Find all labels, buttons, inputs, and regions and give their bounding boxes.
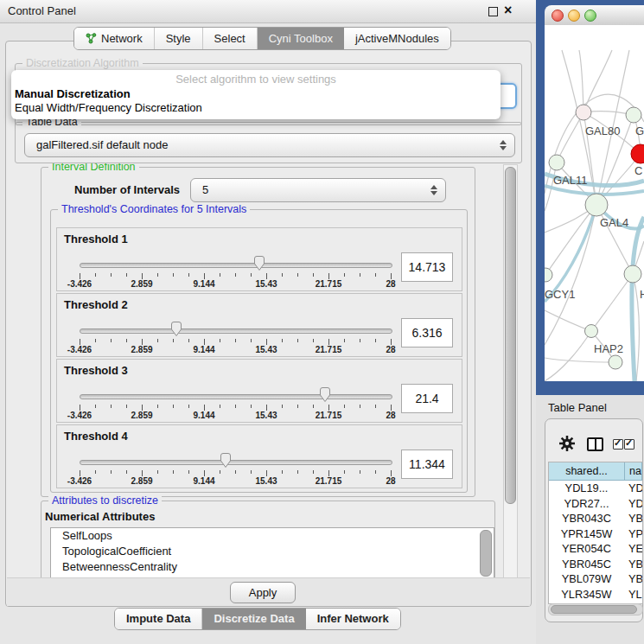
node-table[interactable]: shared... na YDL19...YDL1YDR27...YDR2YBR… — [548, 462, 643, 604]
network-node-gal11[interactable] — [549, 155, 564, 170]
threshold-value-field[interactable]: 11.344 — [401, 450, 453, 479]
window-close-icon[interactable] — [552, 10, 564, 22]
slider-tick-label: 9.144 — [193, 345, 214, 354]
table-header-shared-name[interactable]: shared... — [549, 462, 625, 480]
table-row[interactable]: YBL079WYBL0 — [549, 571, 642, 587]
table-cell-name[interactable]: YPR1 — [624, 526, 642, 542]
checkbox-icon[interactable] — [613, 439, 623, 450]
network-edge[interactable] — [545, 310, 591, 331]
table-cell-shared-name[interactable]: YBR043C — [549, 511, 624, 526]
number-of-intervals-combobox[interactable]: 5 — [190, 178, 446, 202]
bottom-tab-infer-network[interactable]: Infer Network — [306, 609, 400, 629]
tab-select[interactable]: Select — [203, 28, 258, 49]
tab-network[interactable]: Network — [74, 28, 155, 49]
window-minimize-icon[interactable] — [568, 10, 580, 22]
table-cell-name[interactable]: YER0 — [624, 541, 642, 557]
bottom-tab-discretize-data[interactable]: Discretize Data — [202, 609, 305, 629]
table-row[interactable]: YBR043CYBR0 — [549, 511, 642, 526]
table-cell-shared-name[interactable]: YLR345W — [549, 587, 624, 603]
network-node[interactable] — [609, 355, 622, 369]
table-cell-name[interactable]: YLR3 — [624, 587, 642, 603]
attributes-list-scrollbar[interactable] — [480, 530, 492, 577]
float-window-icon[interactable] — [488, 7, 498, 16]
table-horizontal-scrollbar[interactable] — [548, 603, 643, 615]
attribute-list-item[interactable]: TopologicalCoefficient — [51, 544, 494, 559]
slider-track[interactable] — [80, 460, 392, 465]
network-node-hap2[interactable] — [585, 325, 598, 338]
network-edge[interactable] — [545, 358, 615, 362]
threshold-value-field[interactable]: 6.316 — [401, 318, 453, 348]
tab-cyni-toolbox[interactable]: Cyni Toolbox — [258, 28, 344, 49]
table-data-combobox[interactable]: galFiltered.sif default node — [24, 133, 515, 157]
table-cell-shared-name[interactable]: YDR27... — [549, 496, 624, 512]
checkbox-icon[interactable] — [624, 439, 634, 450]
table-cell-shared-name[interactable]: YBR045C — [549, 557, 624, 572]
gear-icon[interactable] — [559, 436, 575, 451]
slider-track[interactable] — [80, 263, 392, 268]
slider-tick — [266, 405, 267, 411]
network-node-gcy1[interactable] — [545, 268, 552, 282]
table-cell-name[interactable]: YBL0 — [624, 571, 642, 587]
numerical-attributes-list[interactable]: SelfLoopsTopologicalCoefficientBetweenne… — [50, 527, 494, 577]
table-cell-shared-name[interactable]: YBL079W — [549, 571, 624, 587]
network-node-g[interactable] — [626, 107, 641, 123]
network-window-frame: GAL80G.CGAL11GAL4GCY1HHAP2 — [536, 0, 644, 395]
table-cell-shared-name[interactable]: YPR145W — [549, 526, 624, 542]
table-panel-toolbar — [545, 419, 642, 461]
network-edge[interactable] — [591, 274, 633, 331]
tab-jactivemnodules[interactable]: jActiveMNodules — [344, 28, 450, 49]
network-node-h[interactable] — [624, 265, 641, 283]
slider-tick — [266, 273, 267, 279]
tab-label: jActiveMNodules — [355, 28, 439, 49]
threshold-panel: Threshold 4 11.344 -3.4262.8599.14415.43… — [56, 424, 462, 488]
slider-thumb[interactable] — [169, 321, 183, 337]
slider-thumb[interactable] — [318, 386, 332, 403]
slider-tick — [80, 339, 80, 345]
table-row[interactable]: YPR145WYPR1 — [549, 526, 642, 542]
network-node-gal4[interactable] — [585, 194, 608, 216]
table-row[interactable]: YDL19...YDL1 — [549, 481, 642, 496]
table-cell-shared-name[interactable]: YER054C — [549, 541, 624, 557]
columns-icon[interactable] — [587, 437, 603, 451]
attribute-list-item[interactable]: SelfLoops — [51, 528, 494, 544]
apply-button[interactable]: Apply — [230, 582, 296, 603]
window-zoom-icon[interactable] — [584, 10, 596, 22]
slider-thumb[interactable] — [219, 452, 233, 469]
attribute-list-item[interactable]: BetweennessCentrality — [51, 559, 494, 575]
table-cell-shared-name[interactable]: YDL19... — [549, 481, 624, 496]
slider-tick — [297, 405, 298, 408]
dropdown-option[interactable]: Equal Width/Frequency Discretization — [14, 101, 497, 114]
network-canvas[interactable]: GAL80G.CGAL11GAL4GCY1HHAP2 — [545, 25, 644, 381]
network-edge[interactable] — [545, 331, 591, 381]
table-cell-name[interactable]: YBR0 — [624, 511, 642, 526]
network-node-label: HAP2 — [594, 342, 623, 355]
slider-thumb[interactable] — [252, 255, 266, 271]
network-edge[interactable] — [579, 50, 583, 112]
table-row[interactable]: YLR345WYLR3 — [549, 587, 642, 603]
threshold-value-field[interactable]: 14.713 — [401, 252, 453, 282]
vertical-scrollbar[interactable] — [503, 164, 518, 578]
tab-style[interactable]: Style — [155, 28, 203, 49]
network-node-label: GAL80 — [585, 124, 620, 137]
table-cell-name[interactable]: YDL1 — [624, 481, 642, 496]
bottom-tab-label: Discretize Data — [214, 609, 294, 629]
slider-track[interactable] — [80, 328, 392, 334]
table-row[interactable]: YBR045CYBR0 — [549, 557, 642, 572]
bottom-tab-impute-data[interactable]: Impute Data — [115, 609, 202, 629]
vertical-scrollbar-thumb[interactable] — [505, 167, 516, 504]
thresholds-coordinates-group: Threshold's Coordinates for 5 Intervals … — [50, 209, 468, 493]
table-cell-name[interactable]: YDR2 — [624, 496, 642, 512]
network-node-gal80[interactable] — [576, 105, 591, 120]
network-edge[interactable] — [583, 50, 612, 112]
table-row[interactable]: YER054CYER0 — [549, 541, 642, 557]
close-icon[interactable]: × — [504, 2, 512, 19]
slider-track[interactable] — [80, 394, 392, 399]
thresholds-group-title: Threshold's Coordinates for 5 Intervals — [58, 203, 250, 215]
dropdown-option[interactable]: Manual Discretization — [14, 87, 497, 100]
threshold-value-field[interactable]: 21.4 — [401, 384, 453, 413]
table-horizontal-scrollbar-thumb[interactable] — [551, 605, 637, 614]
table-row[interactable]: YDR27...YDR2 — [549, 496, 642, 512]
table-cell-name[interactable]: YBR0 — [624, 557, 642, 572]
network-edge[interactable] — [596, 205, 633, 274]
table-header-name[interactable]: na — [625, 462, 642, 480]
